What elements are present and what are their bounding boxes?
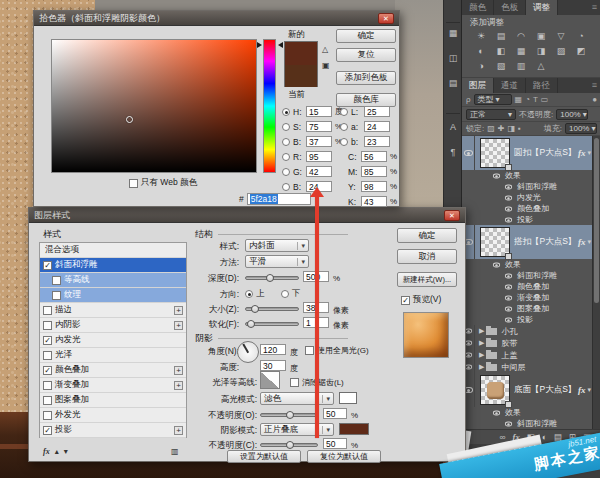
depth-slider[interactable] xyxy=(245,276,299,280)
checkbox[interactable] xyxy=(43,411,52,420)
black-white-icon[interactable]: ◧ xyxy=(491,44,511,59)
soften-slider[interactable] xyxy=(245,322,299,326)
fx-badge-icon[interactable]: fx xyxy=(578,385,588,395)
highlight-opacity-slider[interactable] xyxy=(260,413,318,417)
l-input[interactable]: 25 xyxy=(364,106,390,117)
lock-all-icon[interactable]: ▪ xyxy=(518,124,521,133)
move-down-icon[interactable]: ▾ xyxy=(64,447,68,456)
visibility-toggle[interactable] xyxy=(462,136,475,170)
cancel-button[interactable]: 取消 xyxy=(397,249,457,264)
checkbox[interactable] xyxy=(52,276,61,285)
checkbox[interactable] xyxy=(43,351,52,360)
color-libraries-button[interactable]: 颜色库 xyxy=(336,93,396,107)
eye-icon[interactable] xyxy=(505,206,512,211)
highlight-opacity-input[interactable]: 50 xyxy=(323,408,347,419)
effects-header-row[interactable]: 效果 xyxy=(462,170,600,181)
filter-toggle-icon[interactable]: ● xyxy=(592,95,597,104)
bevel-style-dropdown[interactable]: 内斜面▾ xyxy=(245,239,309,252)
curves-icon[interactable]: ◠ xyxy=(511,29,531,44)
shadow-mode-dropdown[interactable]: 正片叠底▾ xyxy=(260,423,334,436)
set-default-button[interactable]: 设置为默认值 xyxy=(227,450,301,463)
tab-color[interactable]: 颜色 xyxy=(462,0,494,15)
tab-channels[interactable]: 通道 xyxy=(494,78,526,93)
effect-row[interactable]: 渐变叠加 xyxy=(462,292,600,303)
eye-icon[interactable] xyxy=(505,317,512,322)
y-input[interactable]: 98 xyxy=(361,181,387,192)
add-to-swatches-button[interactable]: 添加到色板 xyxy=(336,71,396,85)
slider-thumb[interactable] xyxy=(286,411,294,419)
direction-up-radio[interactable]: 上 xyxy=(245,288,265,300)
fx-menu-icon[interactable]: fx xyxy=(43,447,50,456)
style-item-pattern-overlay[interactable]: 图案叠加 xyxy=(40,393,186,408)
layer-name[interactable]: 圆扣【P大点S】 xyxy=(514,147,576,159)
effects-header-row[interactable]: 效果 xyxy=(462,259,600,270)
hue-arrow-right-icon[interactable] xyxy=(278,42,283,48)
eye-icon[interactable] xyxy=(505,284,512,289)
eye-icon[interactable] xyxy=(505,273,512,278)
layer-thumbnail[interactable] xyxy=(480,138,510,168)
tab-paths[interactable]: 路径 xyxy=(526,78,558,93)
collapse-effects-icon[interactable]: ▾ xyxy=(587,238,591,246)
blend-mode-dropdown[interactable]: 正常▾ xyxy=(466,109,516,120)
lock-transparency-icon[interactable]: ▨ xyxy=(487,124,495,133)
g-radio[interactable] xyxy=(282,168,290,176)
collapse-effects-icon[interactable]: ▾ xyxy=(587,149,591,157)
angle-dial[interactable] xyxy=(237,341,259,363)
style-item-inner-shadow[interactable]: 内阴影+ xyxy=(40,318,186,333)
opacity-dropdown[interactable]: 100%▾ xyxy=(556,109,588,120)
fill-dropdown[interactable]: 100%▾ xyxy=(565,123,597,134)
layer-thumbnail[interactable] xyxy=(480,375,510,405)
expand-triangle-icon[interactable]: ▶ xyxy=(479,351,484,359)
reset-button[interactable]: 复位 xyxy=(336,48,396,62)
hue-saturation-icon[interactable]: ◔ xyxy=(571,29,591,44)
checkbox[interactable] xyxy=(43,306,52,315)
brightness-contrast-icon[interactable]: ☀ xyxy=(471,29,491,44)
filter-kind-icon[interactable]: ρ xyxy=(466,95,471,104)
size-slider[interactable] xyxy=(245,307,299,311)
a-input[interactable]: 24 xyxy=(364,121,390,132)
expand-triangle-icon[interactable]: ▶ xyxy=(479,339,484,347)
group-name[interactable]: 胶带 xyxy=(501,338,517,349)
eye-icon[interactable] xyxy=(505,217,512,222)
technique-dropdown[interactable]: 平滑▾ xyxy=(245,255,309,268)
slider-thumb[interactable] xyxy=(266,274,274,282)
photo-filter-icon[interactable]: ▦ xyxy=(511,44,531,59)
levels-icon[interactable]: ▤ xyxy=(491,29,511,44)
group-row[interactable]: ▶小孔 xyxy=(462,325,600,337)
plus-badge-icon[interactable]: + xyxy=(174,366,183,375)
panel-menu-icon[interactable]: ≡ xyxy=(592,78,600,93)
angle-input[interactable]: 120 xyxy=(260,344,286,355)
color-picker-titlebar[interactable]: 拾色器（斜面和浮雕阴影颜色） ✕ xyxy=(34,11,399,26)
eye-icon[interactable] xyxy=(505,295,512,300)
close-icon[interactable]: ✕ xyxy=(378,13,394,24)
highlight-mode-dropdown[interactable]: 滤色▾ xyxy=(260,392,334,405)
shadow-opacity-input[interactable]: 50 xyxy=(323,438,347,449)
hex-input[interactable]: 5f2a18 xyxy=(247,193,311,205)
ok-button[interactable]: 确定 xyxy=(336,29,396,43)
color-lookup-icon[interactable]: ▨ xyxy=(551,44,571,59)
style-item-satin[interactable]: 光泽 xyxy=(40,348,186,363)
c-input[interactable]: 56 xyxy=(361,151,387,162)
vibrance-icon[interactable]: ▽ xyxy=(551,29,571,44)
layer-name[interactable]: 底面【P大点S】 xyxy=(514,384,576,396)
checkbox[interactable]: ✓ xyxy=(43,336,52,345)
layer-row[interactable]: 圆扣【P大点S】 fx ▾ xyxy=(462,136,600,170)
group-row[interactable]: ▶中间层 xyxy=(462,361,600,373)
checkbox[interactable] xyxy=(52,291,61,300)
slider-thumb[interactable] xyxy=(251,305,259,313)
color-balance-icon[interactable]: ◐ xyxy=(471,44,491,59)
layers-scrollbar[interactable] xyxy=(592,136,600,429)
layer-row[interactable]: 底面【P大点S】 fx ▾ xyxy=(462,373,600,407)
plus-badge-icon[interactable]: + xyxy=(174,381,183,390)
g-input[interactable]: 42 xyxy=(306,166,332,177)
layer-thumbnail[interactable] xyxy=(480,227,510,257)
tab-layers[interactable]: 图层 xyxy=(462,78,494,93)
filter-shape-icon[interactable]: ▭ xyxy=(541,95,549,104)
hue-arrow-left-icon[interactable] xyxy=(257,42,262,48)
eye-icon[interactable] xyxy=(505,306,512,311)
ok-button[interactable]: 确定 xyxy=(397,228,457,243)
channel-mixer-icon[interactable]: ◨ xyxy=(531,44,551,59)
fx-badge-icon[interactable]: fx xyxy=(578,237,588,247)
l-radio[interactable] xyxy=(340,108,348,116)
panel-menu-icon[interactable]: ≡ xyxy=(592,0,600,15)
